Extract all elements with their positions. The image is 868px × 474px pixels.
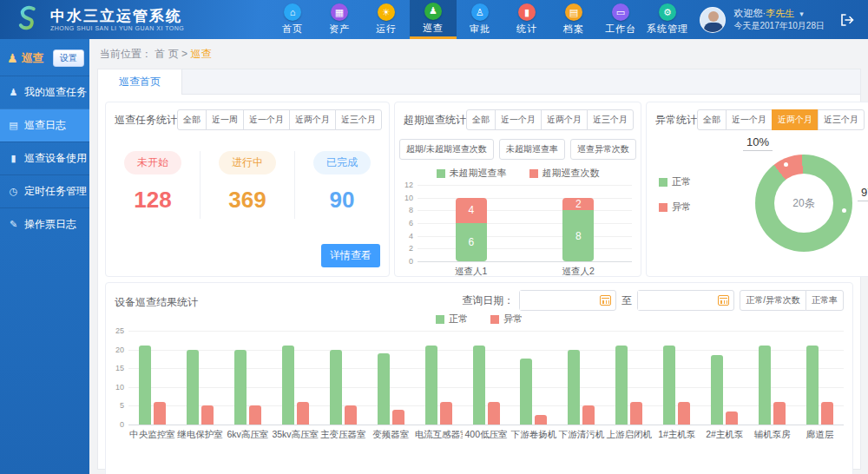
nav-label: 首页 (282, 23, 303, 36)
avatar[interactable] (700, 7, 726, 33)
panel-task-statistics: 巡查任务统计 全部 近一周 近一个月 近两个月 近三个月 未开始 (105, 102, 390, 277)
toggle-ontime-rate[interactable]: 未超期巡查率 (499, 139, 565, 160)
nav-label: 统计 (516, 23, 537, 36)
date-input-start[interactable] (519, 290, 616, 311)
breadcrumb: 当前位置： 首 页 > 巡查 (89, 39, 868, 69)
breadcrumb-current: 巡查 (190, 48, 211, 60)
callout-dot (842, 208, 846, 213)
statistics-icon: ▮ (518, 3, 536, 21)
filter-last-month[interactable]: 近一个月 (243, 109, 290, 130)
nav-item-assets[interactable]: ▦ 资产 (316, 0, 363, 39)
filter-last-2-months[interactable]: 近两个月 (289, 109, 336, 130)
filter-all[interactable]: 全部 (697, 109, 727, 130)
legend-swatch-green (436, 315, 444, 324)
archives-icon: ▤ (565, 3, 582, 21)
user-name: 李先生 (766, 8, 794, 18)
nav-label: 运行 (376, 23, 397, 36)
welcome-text: 欢迎您· (734, 8, 766, 18)
logo-swirl-icon (12, 4, 43, 36)
tab-inspection-home[interactable]: 巡查首页 (98, 69, 182, 95)
filter-last-3-months[interactable]: 近三个月 (335, 109, 382, 130)
filter-last-2-months[interactable]: 近两个月 (772, 109, 819, 130)
device-bar-chart: 0510152025中央监控室继电保护室6kv高压室35kv高压室主变压器室变频… (106, 326, 852, 441)
overdue-filter-group: 全部 近一个月 近两个月 近三个月 (466, 109, 634, 130)
nav-item-archives[interactable]: ▤ 档案 (550, 0, 597, 39)
panel-title: 异常统计 (655, 109, 697, 128)
logout-icon[interactable] (838, 11, 856, 29)
stat-value: 369 (201, 187, 294, 214)
panel-abnormal-statistics: 异常统计 全部 近一个月 近两个月 近三个月 正常 异常 (646, 102, 868, 277)
workbench-icon: ▭ (612, 3, 629, 21)
sidebar-item-device-usage[interactable]: ▮ 巡查设备使用 (0, 142, 89, 174)
sidebar-item-my-tasks[interactable]: ♟ 我的巡查任务 (0, 76, 89, 109)
clock-icon: ◷ (8, 186, 19, 197)
filter-last-month[interactable]: 近一个月 (726, 109, 773, 130)
home-icon: ⌂ (284, 3, 301, 21)
panel-title: 巡查任务统计 (115, 109, 177, 128)
sidebar: ♟ 巡查 设置 ♟ 我的巡查任务 ▤ 巡查日志 ▮ 巡查设备使用 ◷ 定时任务管… (0, 39, 89, 474)
current-date: 今天是2017年10月28日 (734, 20, 825, 32)
filter-last-3-months[interactable]: 近三个月 (587, 109, 634, 130)
calendar-icon[interactable] (718, 295, 729, 306)
filter-last-3-months[interactable]: 近三个月 (818, 109, 865, 130)
end-date-field[interactable] (638, 291, 713, 310)
nav-item-system[interactable]: ⚙ 系统管理 (644, 0, 691, 39)
breadcrumb-home[interactable]: 首 页 (155, 48, 178, 60)
sidebar-item-operation-ticket-log[interactable]: ✎ 操作票日志 (0, 207, 89, 240)
app-title: 中水三立运管系统 (50, 8, 184, 25)
sidebar-item-label: 我的巡查任务 (24, 85, 87, 100)
legend-swatch-green (437, 169, 445, 178)
legend-label: 异常 (503, 313, 523, 326)
nav-item-approval[interactable]: ♙ 审批 (457, 0, 503, 39)
date-input-end[interactable] (637, 290, 734, 311)
filter-last-2-months[interactable]: 近两个月 (541, 109, 588, 130)
inspector-icon: ♟ (7, 51, 18, 65)
sidebar-item-label: 定时任务管理 (24, 184, 87, 199)
donut-center-text: 20条 (774, 174, 833, 233)
sidebar-item-inspection-log[interactable]: ▤ 巡查日志 (0, 109, 89, 142)
status-badge: 已完成 (313, 151, 371, 174)
legend-label: 未超期巡查率 (450, 167, 507, 180)
date-label: 查询日期： (462, 293, 514, 308)
to-label: 至 (621, 293, 632, 308)
status-badge: 未开始 (124, 151, 181, 174)
nav-label: 巡查 (423, 22, 444, 35)
stat-value: 90 (295, 187, 389, 214)
document-icon: ▤ (8, 120, 19, 131)
filter-all[interactable]: 全部 (466, 109, 496, 130)
legend-label: 超期巡查次数 (542, 167, 600, 180)
toggle-overdue-counts[interactable]: 超期/未超期巡查次数 (399, 139, 494, 160)
filter-last-month[interactable]: 近一个月 (495, 109, 542, 130)
nav-item-statistics[interactable]: ▮ 统计 (503, 0, 550, 39)
main-area: 当前位置： 首 页 > 巡查 巡查首页 巡查任务统计 全部 近一周 (89, 39, 868, 474)
panel-overdue-statistics: 超期巡查统计 全部 近一个月 近两个月 近三个月 超期/未超期巡查次数 未超期巡… (394, 102, 641, 277)
detail-view-button[interactable]: 详情查看 (321, 244, 380, 267)
stat-in-progress: 进行中 369 (201, 151, 295, 219)
nav-item-home[interactable]: ⌂ 首页 (269, 0, 316, 39)
filter-last-week[interactable]: 近一周 (206, 109, 244, 130)
app-subtitle: ZHONG SHUI SAN LI YUN GUAN XI TONG (50, 25, 184, 31)
legend-swatch-green (659, 178, 667, 187)
toggle-normal-rate[interactable]: 正常率 (806, 290, 844, 311)
start-date-field[interactable] (520, 291, 595, 310)
nav-item-inspection[interactable]: ♟ 巡查 (410, 0, 457, 39)
stat-value: 128 (106, 187, 200, 214)
legend-label: 正常 (449, 313, 468, 326)
filter-all[interactable]: 全部 (177, 109, 207, 130)
bar-chart-icon: ▮ (8, 153, 19, 164)
sidebar-item-scheduled-tasks[interactable]: ◷ 定时任务管理 (0, 174, 89, 207)
calendar-icon[interactable] (600, 295, 611, 306)
nav-item-operation[interactable]: ☀ 运行 (363, 0, 410, 39)
legend-label: 异常 (672, 201, 691, 214)
toggle-counts[interactable]: 正常/异常次数 (740, 290, 806, 311)
toggle-abnormal-counts[interactable]: 巡查异常次数 (570, 139, 636, 160)
chevron-down-icon[interactable]: ▾ (799, 10, 804, 18)
user-info[interactable]: 欢迎您·李先生▾ 今天是2017年10月28日 (734, 7, 825, 32)
sidebar-module-title: 巡查 (22, 50, 49, 66)
nav-item-workbench[interactable]: ▭ 工作台 (597, 0, 644, 39)
overdue-legend: 未超期巡查率 超期巡查次数 (395, 167, 641, 180)
settings-button[interactable]: 设置 (53, 49, 84, 67)
panel-device-results: 设备巡查结果统计 查询日期： 至 正常/异常次数 正常率 (105, 282, 853, 474)
nav-label: 审批 (470, 23, 490, 36)
callout-dot (784, 162, 788, 167)
